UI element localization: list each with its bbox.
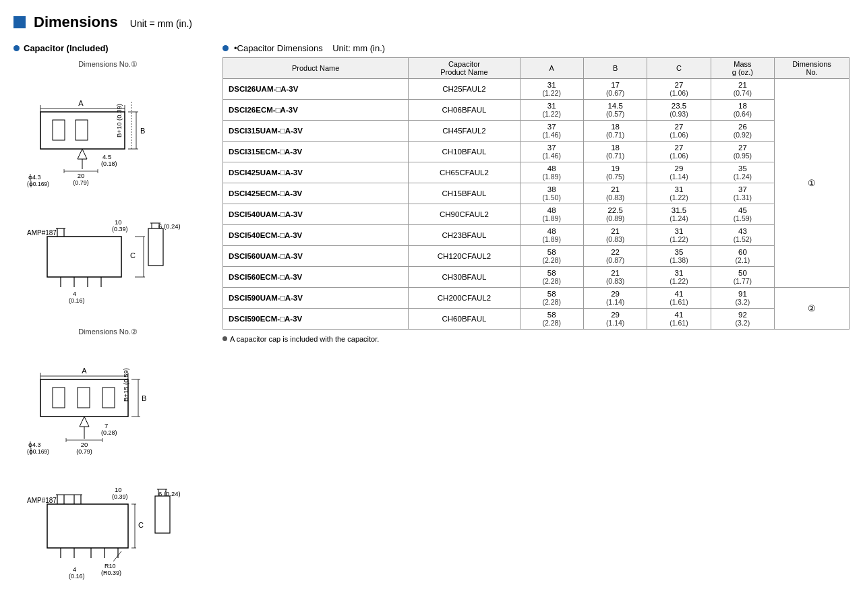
table-row: DSCI315UAM-□A-3VCH45FAUL237(1.46)18(0.71… bbox=[223, 121, 850, 142]
b-cell: 21(0.83) bbox=[583, 183, 647, 204]
svg-text:(0.28): (0.28) bbox=[101, 429, 117, 436]
product-name-cell: DSCI315ECM-□A-3V bbox=[223, 142, 409, 162]
b-cell: 18(0.71) bbox=[583, 121, 647, 142]
table-row: DSCI425ECM-□A-3VCH15BFAUL38(1.50)21(0.83… bbox=[223, 183, 850, 204]
table-row: DSCI590ECM-□A-3VCH60BFAUL58(2.28)29(1.14… bbox=[223, 309, 850, 330]
table-row: DSCI425UAM-□A-3VCH65CFAUL248(1.89)19(0.7… bbox=[223, 162, 850, 183]
svg-text:(ϕ0.169): (ϕ0.169) bbox=[27, 448, 49, 455]
svg-rect-80 bbox=[155, 496, 170, 533]
b-cell: 21(0.83) bbox=[583, 267, 647, 288]
b-cell: 19(0.75) bbox=[583, 162, 647, 183]
a-cell: 48(1.89) bbox=[520, 162, 583, 183]
cap-product-cell: CH10BFAUL bbox=[409, 142, 520, 162]
header-blue-box bbox=[13, 16, 26, 28]
mass-cell: 26(0.92) bbox=[711, 121, 774, 142]
col-header-a: A bbox=[520, 58, 583, 79]
svg-text:ϕ4.3: ϕ4.3 bbox=[28, 441, 41, 448]
product-name-cell: DSCI540UAM-□A-3V bbox=[223, 204, 409, 225]
c-cell: 27(1.06) bbox=[647, 142, 711, 162]
diagram-2-section: Dimensions No.② A B B+15 (0.59) bbox=[13, 328, 202, 470]
b-cell: 29(1.14) bbox=[583, 309, 647, 330]
diagram-2b-section: AMP#187 10 (0.39) 6 (0.24) C bbox=[13, 484, 202, 588]
cap-product-cell: CH60BFAUL bbox=[409, 309, 520, 330]
table-row: DSCI590UAM-□A-3VCH200CFAUL258(2.28)29(1.… bbox=[223, 288, 850, 309]
a-cell: 37(1.46) bbox=[520, 142, 583, 162]
mass-cell: 45(1.59) bbox=[711, 204, 774, 225]
diagram2-svg: A B B+15 (0.59) ϕ4.3 (ϕ0.169 bbox=[27, 339, 189, 470]
bullet-circle bbox=[13, 45, 20, 51]
product-name-cell: DSCI540ECM-□A-3V bbox=[223, 225, 409, 246]
a-cell: 58(2.28) bbox=[520, 267, 583, 288]
product-name-cell: DSCI315UAM-□A-3V bbox=[223, 121, 409, 142]
cap-product-cell: CH90CFAUL2 bbox=[409, 204, 520, 225]
c-cell: 31.5(1.24) bbox=[647, 204, 711, 225]
cap-product-cell: CH25FAUL2 bbox=[409, 79, 520, 100]
table-bullet bbox=[222, 45, 229, 51]
col-header-mass: Massg (oz.) bbox=[711, 58, 774, 79]
mass-cell: 43(1.52) bbox=[711, 225, 774, 246]
svg-text:(R0.39): (R0.39) bbox=[101, 569, 121, 576]
a-cell: 48(1.89) bbox=[520, 204, 583, 225]
table-row: DSCI26UAM-□A-3VCH25FAUL231(1.22)17(0.67)… bbox=[223, 79, 850, 100]
svg-text:B: B bbox=[140, 127, 145, 135]
diagram-1b-section: AMP#187 10 (0.39) 6 (0.24) C bbox=[13, 216, 202, 314]
diagram2b-svg: AMP#187 10 (0.39) 6 (0.24) C bbox=[27, 484, 189, 588]
table-row: DSCI540ECM-□A-3VCH23BFAUL48(1.89)21(0.83… bbox=[223, 225, 850, 246]
b-cell: 21(0.83) bbox=[583, 225, 647, 246]
svg-text:(0.39): (0.39) bbox=[112, 226, 128, 233]
c-cell: 23.5(0.93) bbox=[647, 100, 711, 121]
table-footnote: A capacitor cap is included with the cap… bbox=[222, 335, 850, 343]
svg-text:7: 7 bbox=[105, 422, 108, 429]
product-name-cell: DSCI425UAM-□A-3V bbox=[223, 162, 409, 183]
svg-text:C: C bbox=[138, 521, 144, 529]
cap-product-cell: CH23BFAUL bbox=[409, 225, 520, 246]
table-header-row: Product Name CapacitorProduct Name A B C… bbox=[223, 58, 850, 79]
product-name-cell: DSCI26ECM-□A-3V bbox=[223, 100, 409, 121]
svg-text:AMP#187: AMP#187 bbox=[27, 229, 57, 237]
svg-text:R10: R10 bbox=[105, 563, 116, 569]
c-cell: 31(1.22) bbox=[647, 267, 711, 288]
mass-cell: 35(1.24) bbox=[711, 162, 774, 183]
mass-cell: 92(3.2) bbox=[711, 309, 774, 330]
page-header: Dimensions Unit = mm (in.) bbox=[13, 13, 850, 31]
product-name-cell: DSCI26UAM-□A-3V bbox=[223, 79, 409, 100]
cap-product-cell: CH06BFAUL bbox=[409, 100, 520, 121]
col-header-b: B bbox=[583, 58, 647, 79]
table-row: DSCI560UAM-□A-3VCH120CFAUL258(2.28)22(0.… bbox=[223, 246, 850, 267]
a-cell: 31(1.22) bbox=[520, 100, 583, 121]
svg-text:(0.16): (0.16) bbox=[69, 297, 85, 304]
svg-text:10: 10 bbox=[115, 218, 122, 226]
svg-text:20: 20 bbox=[78, 172, 85, 179]
col-header-cap-product: CapacitorProduct Name bbox=[409, 58, 520, 79]
main-layout: Capacitor (Included) Dimensions No.① A bbox=[13, 43, 850, 602]
svg-text:B: B bbox=[142, 394, 146, 402]
a-cell: 38(1.50) bbox=[520, 183, 583, 204]
svg-text:4: 4 bbox=[73, 565, 76, 573]
cap-product-cell: CH15BFAUL bbox=[409, 183, 520, 204]
b-cell: 29(1.14) bbox=[583, 288, 647, 309]
diagram1-label: Dimensions No.① bbox=[13, 60, 202, 69]
b-cell: 22(0.87) bbox=[583, 246, 647, 267]
svg-text:20: 20 bbox=[81, 441, 88, 448]
a-cell: 58(2.28) bbox=[520, 309, 583, 330]
diagram1-svg: A B B+10 (0.39) ϕ4.3 (ϕ0.169) bbox=[27, 71, 189, 203]
svg-text:(0.16): (0.16) bbox=[69, 573, 85, 580]
footnote-bullet bbox=[222, 336, 227, 341]
col-header-product-name: Product Name bbox=[223, 58, 409, 79]
table-row: DSCI560ECM-□A-3VCH30BFAUL58(2.28)21(0.83… bbox=[223, 267, 850, 288]
c-cell: 27(1.06) bbox=[647, 79, 711, 100]
c-cell: 35(1.38) bbox=[647, 246, 711, 267]
c-cell: 41(1.61) bbox=[647, 309, 711, 330]
col-header-c: C bbox=[647, 58, 711, 79]
diagram-1-section: Dimensions No.① A B B+10 (0.39) bbox=[13, 60, 202, 203]
b-cell: 14.5(0.57) bbox=[583, 100, 647, 121]
left-panel-title: Capacitor (Included) bbox=[13, 43, 202, 53]
title-text: Dimensions bbox=[34, 13, 118, 30]
svg-text:ϕ4.3: ϕ4.3 bbox=[28, 174, 41, 181]
left-panel-section-title: Capacitor (Included) bbox=[24, 43, 109, 53]
b-cell: 22.5(0.89) bbox=[583, 204, 647, 225]
svg-text:AMP#187: AMP#187 bbox=[27, 497, 57, 504]
diagram1b-svg: AMP#187 10 (0.39) 6 (0.24) C bbox=[27, 216, 189, 314]
c-cell: 29(1.14) bbox=[647, 162, 711, 183]
right-panel: •Capacitor Dimensions Unit: mm (in.) Pro… bbox=[222, 43, 850, 343]
